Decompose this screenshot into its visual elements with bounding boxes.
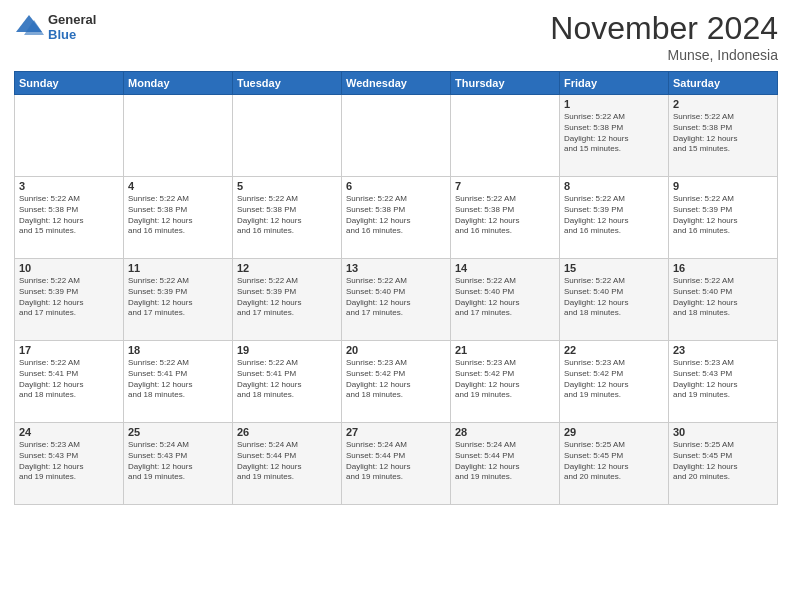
calendar-cell: 29Sunrise: 5:25 AM Sunset: 5:45 PM Dayli… — [560, 423, 669, 505]
col-sunday: Sunday — [15, 72, 124, 95]
day-info: Sunrise: 5:22 AM Sunset: 5:41 PM Dayligh… — [128, 358, 228, 401]
calendar-cell — [451, 95, 560, 177]
calendar-cell: 7Sunrise: 5:22 AM Sunset: 5:38 PM Daylig… — [451, 177, 560, 259]
calendar-week-3: 10Sunrise: 5:22 AM Sunset: 5:39 PM Dayli… — [15, 259, 778, 341]
calendar-cell: 3Sunrise: 5:22 AM Sunset: 5:38 PM Daylig… — [15, 177, 124, 259]
day-number: 13 — [346, 262, 446, 274]
calendar-cell — [342, 95, 451, 177]
day-info: Sunrise: 5:23 AM Sunset: 5:42 PM Dayligh… — [455, 358, 555, 401]
day-info: Sunrise: 5:22 AM Sunset: 5:38 PM Dayligh… — [564, 112, 664, 155]
calendar-week-2: 3Sunrise: 5:22 AM Sunset: 5:38 PM Daylig… — [15, 177, 778, 259]
day-number: 6 — [346, 180, 446, 192]
col-wednesday: Wednesday — [342, 72, 451, 95]
day-number: 24 — [19, 426, 119, 438]
col-thursday: Thursday — [451, 72, 560, 95]
day-number: 17 — [19, 344, 119, 356]
calendar-week-1: 1Sunrise: 5:22 AM Sunset: 5:38 PM Daylig… — [15, 95, 778, 177]
calendar-cell — [233, 95, 342, 177]
calendar-cell: 1Sunrise: 5:22 AM Sunset: 5:38 PM Daylig… — [560, 95, 669, 177]
calendar-cell: 30Sunrise: 5:25 AM Sunset: 5:45 PM Dayli… — [669, 423, 778, 505]
calendar-cell: 22Sunrise: 5:23 AM Sunset: 5:42 PM Dayli… — [560, 341, 669, 423]
calendar-table: Sunday Monday Tuesday Wednesday Thursday… — [14, 71, 778, 505]
day-info: Sunrise: 5:24 AM Sunset: 5:44 PM Dayligh… — [455, 440, 555, 483]
calendar-cell: 19Sunrise: 5:22 AM Sunset: 5:41 PM Dayli… — [233, 341, 342, 423]
calendar-cell: 6Sunrise: 5:22 AM Sunset: 5:38 PM Daylig… — [342, 177, 451, 259]
calendar-cell: 17Sunrise: 5:22 AM Sunset: 5:41 PM Dayli… — [15, 341, 124, 423]
logo-blue: Blue — [48, 27, 96, 42]
month-title: November 2024 — [550, 10, 778, 47]
calendar-cell: 16Sunrise: 5:22 AM Sunset: 5:40 PM Dayli… — [669, 259, 778, 341]
title-block: November 2024 Munse, Indonesia — [550, 10, 778, 63]
calendar-cell — [124, 95, 233, 177]
calendar-cell: 2Sunrise: 5:22 AM Sunset: 5:38 PM Daylig… — [669, 95, 778, 177]
day-info: Sunrise: 5:22 AM Sunset: 5:41 PM Dayligh… — [237, 358, 337, 401]
day-number: 16 — [673, 262, 773, 274]
calendar-cell: 4Sunrise: 5:22 AM Sunset: 5:38 PM Daylig… — [124, 177, 233, 259]
day-info: Sunrise: 5:23 AM Sunset: 5:42 PM Dayligh… — [346, 358, 446, 401]
day-number: 1 — [564, 98, 664, 110]
calendar-cell: 14Sunrise: 5:22 AM Sunset: 5:40 PM Dayli… — [451, 259, 560, 341]
calendar-week-5: 24Sunrise: 5:23 AM Sunset: 5:43 PM Dayli… — [15, 423, 778, 505]
day-info: Sunrise: 5:22 AM Sunset: 5:38 PM Dayligh… — [19, 194, 119, 237]
day-info: Sunrise: 5:22 AM Sunset: 5:39 PM Dayligh… — [673, 194, 773, 237]
day-number: 12 — [237, 262, 337, 274]
day-info: Sunrise: 5:22 AM Sunset: 5:39 PM Dayligh… — [19, 276, 119, 319]
day-number: 30 — [673, 426, 773, 438]
day-number: 9 — [673, 180, 773, 192]
col-saturday: Saturday — [669, 72, 778, 95]
calendar-cell: 9Sunrise: 5:22 AM Sunset: 5:39 PM Daylig… — [669, 177, 778, 259]
day-info: Sunrise: 5:22 AM Sunset: 5:38 PM Dayligh… — [128, 194, 228, 237]
header: General Blue November 2024 Munse, Indone… — [14, 10, 778, 63]
day-info: Sunrise: 5:22 AM Sunset: 5:39 PM Dayligh… — [564, 194, 664, 237]
day-number: 21 — [455, 344, 555, 356]
day-info: Sunrise: 5:22 AM Sunset: 5:41 PM Dayligh… — [19, 358, 119, 401]
day-info: Sunrise: 5:24 AM Sunset: 5:44 PM Dayligh… — [237, 440, 337, 483]
day-number: 22 — [564, 344, 664, 356]
day-number: 4 — [128, 180, 228, 192]
day-info: Sunrise: 5:22 AM Sunset: 5:40 PM Dayligh… — [673, 276, 773, 319]
day-number: 11 — [128, 262, 228, 274]
day-info: Sunrise: 5:23 AM Sunset: 5:43 PM Dayligh… — [19, 440, 119, 483]
day-info: Sunrise: 5:24 AM Sunset: 5:44 PM Dayligh… — [346, 440, 446, 483]
calendar-cell: 13Sunrise: 5:22 AM Sunset: 5:40 PM Dayli… — [342, 259, 451, 341]
day-number: 2 — [673, 98, 773, 110]
day-number: 26 — [237, 426, 337, 438]
day-number: 18 — [128, 344, 228, 356]
day-number: 20 — [346, 344, 446, 356]
day-info: Sunrise: 5:22 AM Sunset: 5:39 PM Dayligh… — [237, 276, 337, 319]
calendar-header-row: Sunday Monday Tuesday Wednesday Thursday… — [15, 72, 778, 95]
calendar-cell: 12Sunrise: 5:22 AM Sunset: 5:39 PM Dayli… — [233, 259, 342, 341]
day-info: Sunrise: 5:22 AM Sunset: 5:40 PM Dayligh… — [455, 276, 555, 319]
logo-icon — [14, 10, 44, 40]
day-number: 27 — [346, 426, 446, 438]
day-number: 8 — [564, 180, 664, 192]
day-number: 15 — [564, 262, 664, 274]
page: General Blue November 2024 Munse, Indone… — [0, 0, 792, 612]
day-info: Sunrise: 5:23 AM Sunset: 5:43 PM Dayligh… — [673, 358, 773, 401]
calendar-cell: 18Sunrise: 5:22 AM Sunset: 5:41 PM Dayli… — [124, 341, 233, 423]
day-info: Sunrise: 5:22 AM Sunset: 5:40 PM Dayligh… — [564, 276, 664, 319]
day-info: Sunrise: 5:25 AM Sunset: 5:45 PM Dayligh… — [564, 440, 664, 483]
day-number: 5 — [237, 180, 337, 192]
day-number: 7 — [455, 180, 555, 192]
day-number: 10 — [19, 262, 119, 274]
day-info: Sunrise: 5:25 AM Sunset: 5:45 PM Dayligh… — [673, 440, 773, 483]
calendar-cell: 28Sunrise: 5:24 AM Sunset: 5:44 PM Dayli… — [451, 423, 560, 505]
calendar-cell: 26Sunrise: 5:24 AM Sunset: 5:44 PM Dayli… — [233, 423, 342, 505]
calendar-cell: 20Sunrise: 5:23 AM Sunset: 5:42 PM Dayli… — [342, 341, 451, 423]
day-info: Sunrise: 5:24 AM Sunset: 5:43 PM Dayligh… — [128, 440, 228, 483]
logo-text: General Blue — [14, 10, 96, 44]
col-friday: Friday — [560, 72, 669, 95]
day-number: 19 — [237, 344, 337, 356]
day-info: Sunrise: 5:22 AM Sunset: 5:38 PM Dayligh… — [455, 194, 555, 237]
day-info: Sunrise: 5:22 AM Sunset: 5:40 PM Dayligh… — [346, 276, 446, 319]
day-number: 14 — [455, 262, 555, 274]
calendar-cell: 15Sunrise: 5:22 AM Sunset: 5:40 PM Dayli… — [560, 259, 669, 341]
day-info: Sunrise: 5:23 AM Sunset: 5:42 PM Dayligh… — [564, 358, 664, 401]
calendar-cell: 5Sunrise: 5:22 AM Sunset: 5:38 PM Daylig… — [233, 177, 342, 259]
calendar-week-4: 17Sunrise: 5:22 AM Sunset: 5:41 PM Dayli… — [15, 341, 778, 423]
calendar-cell: 23Sunrise: 5:23 AM Sunset: 5:43 PM Dayli… — [669, 341, 778, 423]
logo: General Blue — [14, 10, 96, 44]
day-number: 28 — [455, 426, 555, 438]
calendar-cell — [15, 95, 124, 177]
